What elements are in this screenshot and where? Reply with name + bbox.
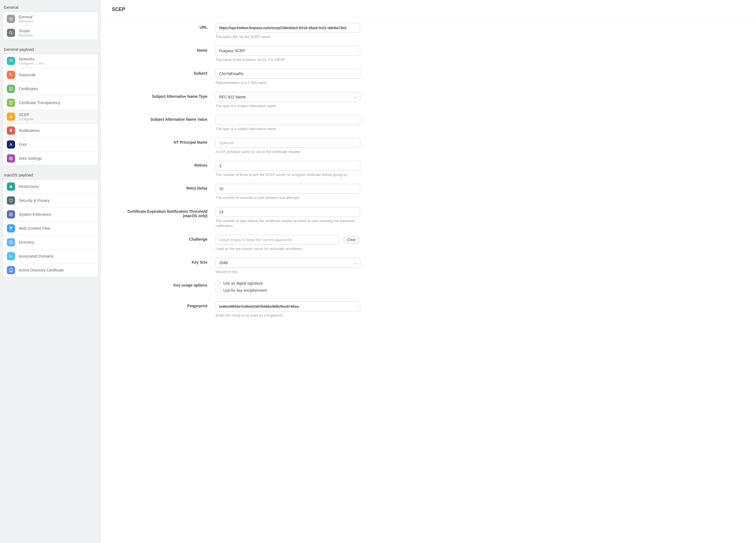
sidebar: GeneralGeneralMandatoryScopeMandatoryGen…	[0, 0, 101, 543]
nt-principal-input[interactable]	[216, 138, 360, 148]
sidebar-item-networks[interactable]: NetworksConfigured( 1 item )	[3, 54, 98, 68]
svg-point-4	[10, 88, 11, 90]
san-value-label: Subject Alternative Name Value	[112, 115, 216, 121]
cert-exp-input[interactable]	[216, 207, 360, 217]
sidebar-item-sub: Mandatory	[19, 20, 33, 23]
section-header: General	[3, 3, 98, 12]
key-encipherment-checkbox[interactable]	[216, 288, 221, 293]
sidebar-item-label: Associated Domains	[19, 254, 54, 258]
globe-icon	[7, 154, 15, 162]
svg-rect-9	[10, 186, 12, 188]
san-type-help: The type of a subject alternative name	[216, 103, 360, 108]
svg-rect-6	[10, 116, 12, 118]
bell-icon	[7, 126, 15, 135]
main-content: SCEP URL The base URL for the SCEP serve…	[101, 0, 756, 543]
sidebar-item-label: Web Content Filter	[19, 226, 50, 230]
lock-icon	[7, 112, 15, 121]
sidebar-item-web-content-filter[interactable]: Web Content Filter	[3, 221, 98, 235]
name-help: The name of the instance, for ex. CA-IDE…	[216, 57, 360, 62]
san-value-help: The type of a subject alternative name	[216, 126, 360, 131]
sidebar-item-label: DNS Settings	[19, 156, 42, 161]
nt-principal-help: An NT principal name for use in the cert…	[216, 149, 360, 154]
gear-icon	[7, 15, 15, 23]
digital-signature-checkbox[interactable]	[216, 281, 221, 286]
subject-label: Subject	[112, 69, 216, 75]
san-type-select[interactable]: RFC 822 Name	[216, 92, 360, 102]
sidebar-item-notifications[interactable]: Notifications	[3, 124, 98, 138]
section-list: NetworksConfigured( 1 item )PasscodeCert…	[3, 54, 98, 165]
doc-icon	[7, 99, 15, 107]
sidebar-item-associated-domains[interactable]: Associated Domains	[3, 249, 98, 263]
sidebar-item-general[interactable]: GeneralMandatory	[3, 12, 98, 26]
svg-point-0	[10, 18, 12, 20]
sidebar-item-label: Scope	[19, 29, 33, 33]
key-size-select[interactable]: 2048	[216, 258, 360, 268]
sidebar-item-scep[interactable]: SCEPConfigured	[3, 110, 98, 124]
key-size-label: Key Size	[112, 258, 216, 264]
svg-point-7	[11, 132, 11, 132]
challenge-label: Challenge	[112, 235, 216, 241]
sidebar-item-label: SCEP	[19, 112, 34, 117]
sidebar-item-label: Certificates	[19, 87, 38, 91]
section-header: General payload	[3, 45, 98, 54]
shield-icon	[7, 196, 15, 204]
retries-help: The number of times to poll the SCEP ser…	[216, 172, 360, 177]
sidebar-item-restrictions[interactable]: Restrictions	[3, 180, 98, 194]
filter-icon	[7, 224, 15, 232]
sidebar-item-security-privacy[interactable]: Security & Privacy	[3, 194, 98, 207]
subject-input[interactable]	[216, 69, 360, 79]
key-usage-label: Key usage options	[112, 281, 216, 287]
subject-help: Representation of a X.500 name	[216, 80, 360, 85]
san-value-input[interactable]	[216, 115, 360, 125]
svg-point-1	[10, 31, 12, 34]
sidebar-item-label: Passcode	[19, 73, 35, 77]
section-list: RestrictionsSecurity & PrivacySystem Ext…	[3, 179, 98, 277]
retries-label: Retries	[112, 161, 216, 167]
challenge-input[interactable]	[216, 235, 339, 245]
url-input[interactable]	[216, 23, 360, 33]
sidebar-item-scope[interactable]: ScopeMandatory	[3, 26, 98, 40]
sidebar-item-system-extensions[interactable]: System Extensions	[3, 207, 98, 221]
sidebar-item-label: Notifications	[19, 128, 40, 133]
sidebar-item-font[interactable]: Font	[3, 138, 98, 151]
fingerprint-input[interactable]	[216, 302, 360, 312]
key-icon	[7, 71, 15, 79]
cert-exp-help: The number of days before the certificat…	[216, 218, 360, 228]
sidebar-item-active-directory-certificate[interactable]: Active Directory Certificate	[3, 263, 98, 277]
sidebar-item-label: Security & Privacy	[19, 198, 50, 203]
san-type-label: Subject Alternative Name Type	[112, 92, 216, 99]
sidebar-item-sub: Mandatory	[19, 34, 33, 37]
sidebar-item-certificate-transparency[interactable]: Certificate Transparency	[3, 96, 98, 110]
sidebar-item-sub: Configured	[19, 117, 34, 121]
name-label: Name	[112, 46, 216, 52]
section-header: macOS payload	[3, 170, 98, 179]
font-icon	[7, 140, 15, 148]
sidebar-item-label: Restrictions	[19, 184, 39, 189]
fingerprint-label: Fingerprint	[112, 302, 216, 308]
scep-form: URL The base URL for the SCEP server Nam…	[101, 17, 756, 336]
key-encipherment-label: Use for key encipherment	[223, 288, 267, 293]
wifi-icon	[7, 57, 15, 65]
dir-icon	[7, 238, 15, 246]
key-size-help: keysize in bits	[216, 269, 360, 274]
sidebar-item-label: Directory	[19, 240, 34, 244]
retry-delay-input[interactable]	[216, 184, 360, 194]
retries-input[interactable]	[216, 161, 360, 171]
cert-exp-label: Certificate Expiration Notification Thre…	[112, 207, 216, 218]
scope-icon	[7, 29, 15, 37]
sidebar-item-label: System Extensions	[19, 212, 51, 216]
challenge-help: Used as the pre-shared secret for automa…	[216, 246, 360, 251]
sidebar-item-directory[interactable]: Directory	[3, 235, 98, 249]
url-label: URL	[112, 23, 216, 29]
sidebar-item-label: Networks	[19, 57, 45, 61]
fingerprint-help: Enter hex string to be used as a fingerp…	[216, 313, 360, 318]
svg-rect-12	[10, 241, 12, 243]
sidebar-item-label: General	[19, 15, 33, 19]
clear-button[interactable]: Clear	[343, 235, 360, 244]
digital-signature-label: Use as digital signature	[223, 281, 263, 286]
sidebar-item-passcode[interactable]: Passcode	[3, 68, 98, 82]
sidebar-item-label: Certificate Transparency	[19, 100, 60, 105]
sidebar-item-certificates[interactable]: Certificates	[3, 82, 98, 96]
sidebar-item-dns-settings[interactable]: DNS Settings	[3, 151, 98, 165]
name-input[interactable]	[216, 46, 360, 56]
